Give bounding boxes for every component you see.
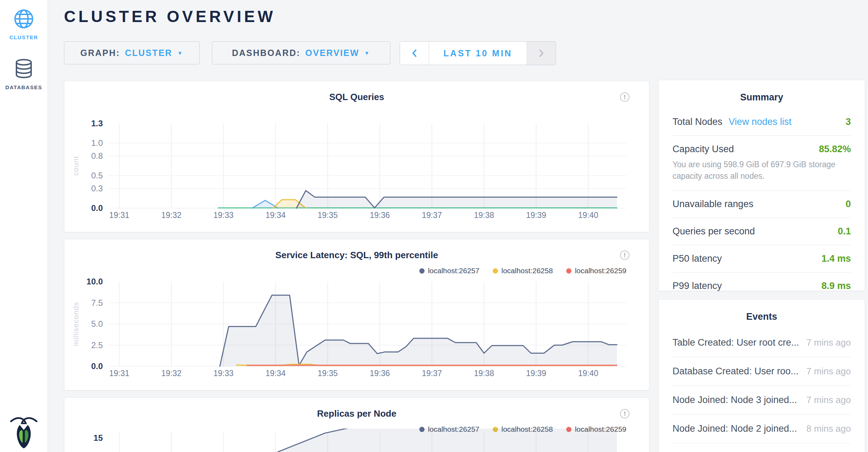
chevron-right-icon xyxy=(539,49,544,57)
info-icon[interactable]: ! xyxy=(620,409,629,418)
sidebar-item-label: DATABASES xyxy=(5,84,42,90)
sidebar: CLUSTER DATABASES xyxy=(0,0,48,452)
summary-row: P99 latency8.9 ms xyxy=(673,273,851,299)
svg-text:1.0: 1.0 xyxy=(91,138,103,148)
time-window-selector: LAST 10 MIN xyxy=(400,41,556,65)
info-icon[interactable]: ! xyxy=(620,92,629,102)
svg-text:19:33: 19:33 xyxy=(213,211,234,220)
event-item[interactable]: Table Created: User root cre...7 mins ag… xyxy=(673,329,851,357)
summary-row-value: 8.9 ms xyxy=(821,281,851,291)
chart-plot[interactable]: 19:3119:3219:3319:3419:3519:3619:3719:38… xyxy=(64,112,649,228)
summary-row: Capacity Used85.82%You are using 598.9 G… xyxy=(673,136,851,191)
event-item[interactable]: Node Joined: Node 1 joined...8 mins ago xyxy=(673,443,851,452)
summary-row: Total NodesView nodes list3 xyxy=(673,108,851,136)
graph-dropdown[interactable]: GRAPH: CLUSTER ▼ xyxy=(64,41,200,64)
svg-text:15: 15 xyxy=(93,433,103,443)
chart-card-replicas: Replicas per Node!localhost:26257localho… xyxy=(64,397,649,452)
svg-text:5.0: 5.0 xyxy=(91,319,103,329)
svg-text:19:40: 19:40 xyxy=(578,211,598,220)
svg-text:7.5: 7.5 xyxy=(91,298,103,308)
svg-text:19:37: 19:37 xyxy=(422,211,442,220)
event-text: Node Joined: Node 3 joined... xyxy=(673,395,797,405)
svg-text:19:35: 19:35 xyxy=(318,369,338,378)
summary-row-label: Total Nodes xyxy=(673,116,723,127)
time-prev-button[interactable] xyxy=(400,42,429,65)
summary-row: Unavailable ranges0 xyxy=(673,191,851,218)
summary-row: P50 latency1.4 ms xyxy=(673,245,851,273)
event-item[interactable]: Node Joined: Node 2 joined...8 mins ago xyxy=(673,415,851,443)
event-list: Table Created: User root cre...7 mins ag… xyxy=(673,329,851,452)
svg-text:19:38: 19:38 xyxy=(474,369,494,378)
svg-text:19:31: 19:31 xyxy=(109,369,129,378)
svg-text:19:32: 19:32 xyxy=(161,211,182,220)
summary-row-label: P99 latency xyxy=(673,281,722,291)
event-time: 7 mins ago xyxy=(799,366,851,377)
chart-card-service-latency: Service Latency: SQL, 99th percentile!lo… xyxy=(64,239,649,390)
cockroach-bug-icon xyxy=(10,416,38,449)
view-nodes-link[interactable]: View nodes list xyxy=(729,116,792,127)
page-title: CLUSTER OVERVIEW xyxy=(64,7,276,26)
svg-text:19:31: 19:31 xyxy=(109,211,129,220)
svg-text:count: count xyxy=(72,156,80,176)
svg-text:2.5: 2.5 xyxy=(91,340,103,350)
svg-text:0.0: 0.0 xyxy=(91,203,103,213)
chart-title: Service Latency: SQL, 99th percentile xyxy=(64,250,649,261)
svg-text:0.5: 0.5 xyxy=(91,171,103,180)
svg-text:19:37: 19:37 xyxy=(422,369,442,378)
database-icon xyxy=(13,58,35,80)
event-item[interactable]: Database Created: User roo...7 mins ago xyxy=(673,357,851,386)
event-item[interactable]: Node Joined: Node 3 joined...7 mins ago xyxy=(673,386,851,415)
summary-row: Queries per second0.1 xyxy=(673,218,851,245)
events-title: Events xyxy=(659,311,865,322)
main-content: CLUSTER OVERVIEW GRAPH: CLUSTER ▼ DASHBO… xyxy=(48,0,868,452)
chart-plot[interactable]: 19:3119:3219:3319:3419:3519:3619:3719:38… xyxy=(64,270,649,386)
graph-dropdown-label: GRAPH: xyxy=(80,48,120,58)
svg-text:19:34: 19:34 xyxy=(265,211,286,220)
chart-title: SQL Queries xyxy=(64,92,649,103)
svg-text:1.3: 1.3 xyxy=(91,119,103,128)
chevron-down-icon: ▼ xyxy=(177,50,183,56)
event-text: Node Joined: Node 2 joined... xyxy=(673,423,797,434)
summary-rows: Total NodesView nodes list3Capacity Used… xyxy=(673,108,851,299)
svg-text:10.0: 10.0 xyxy=(86,277,103,286)
svg-text:19:36: 19:36 xyxy=(370,211,390,220)
svg-text:10: 10 xyxy=(93,450,103,452)
time-range-button[interactable]: LAST 10 MIN xyxy=(429,42,527,65)
summary-row-value: 0.1 xyxy=(838,226,851,237)
svg-text:19:40: 19:40 xyxy=(578,369,598,378)
event-text: Database Created: User roo... xyxy=(673,366,798,377)
summary-row-label: Unavailable ranges xyxy=(673,199,753,210)
sidebar-item-cluster[interactable]: CLUSTER xyxy=(0,8,48,40)
event-time: 7 mins ago xyxy=(799,337,851,348)
dashboard-dropdown-value: OVERVIEW xyxy=(305,48,359,58)
sidebar-item-databases[interactable]: DATABASES xyxy=(0,58,48,90)
svg-text:19:35: 19:35 xyxy=(318,211,338,220)
svg-text:19:38: 19:38 xyxy=(474,211,494,220)
summary-row-value: 1.4 ms xyxy=(821,253,851,264)
sidebar-item-label: CLUSTER xyxy=(9,34,38,40)
chevron-down-icon: ▼ xyxy=(364,50,370,56)
summary-title: Summary xyxy=(659,92,865,103)
svg-text:19:39: 19:39 xyxy=(526,369,546,378)
chart-plot[interactable]: 19:3119:3219:3319:3419:3519:3619:3719:38… xyxy=(64,429,649,452)
summary-row-value: 85.82% xyxy=(819,144,851,155)
globe-icon xyxy=(13,8,35,30)
chart-title: Replicas per Node xyxy=(64,408,649,419)
summary-row-value: 3 xyxy=(846,116,851,127)
dashboard-dropdown[interactable]: DASHBOARD: OVERVIEW ▼ xyxy=(212,41,390,64)
events-panel: Events Table Created: User root cre...7 … xyxy=(658,299,865,452)
dashboard-dropdown-label: DASHBOARD: xyxy=(232,48,300,58)
event-time: 8 mins ago xyxy=(799,423,851,434)
cockroachdb-logo xyxy=(10,416,38,451)
svg-text:0.8: 0.8 xyxy=(91,151,103,161)
event-time: 7 mins ago xyxy=(799,395,851,405)
svg-text:milliseconds: milliseconds xyxy=(72,302,80,346)
summary-row-value: 0 xyxy=(846,199,851,210)
app-window: CLUSTER DATABASES xyxy=(0,0,868,452)
info-icon[interactable]: ! xyxy=(620,250,629,260)
svg-text:19:39: 19:39 xyxy=(526,211,546,220)
event-text: Table Created: User root cre... xyxy=(673,337,799,348)
svg-text:19:32: 19:32 xyxy=(161,369,182,378)
svg-text:19:34: 19:34 xyxy=(265,369,286,378)
time-next-button[interactable] xyxy=(527,42,556,65)
